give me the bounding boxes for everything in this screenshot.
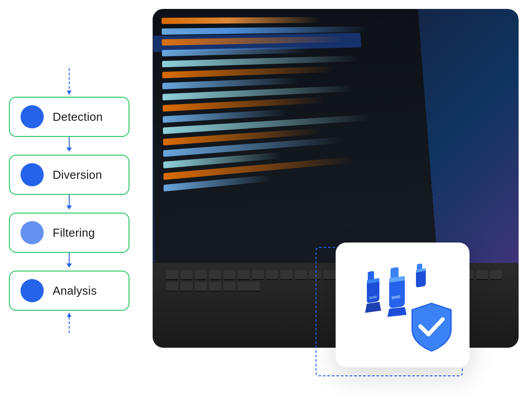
step-circle-analysis [21, 279, 44, 302]
svg-marker-2 [67, 313, 71, 317]
keyboard-key [180, 282, 193, 292]
keyboard-key [166, 270, 179, 280]
arrow-1 [66, 137, 72, 155]
keyboard-key [490, 270, 503, 280]
keyboard-key [223, 282, 236, 292]
keyboard-key [266, 270, 278, 280]
keyboard-key [323, 270, 336, 280]
flow-panel: Detection Diversion Filtering [9, 68, 129, 335]
code-line [162, 78, 299, 89]
code-line [162, 17, 320, 24]
keyboard-key [195, 282, 207, 292]
keyboard-key [223, 270, 236, 280]
arrow-3 [66, 253, 72, 271]
keyboard-key [166, 282, 179, 292]
keyboard-key [252, 270, 264, 280]
keyboard-key [237, 270, 250, 280]
step-diversion: Diversion [9, 155, 129, 195]
step-filtering: Filtering [9, 213, 129, 253]
arrow-2 [66, 195, 72, 213]
svg-marker-7 [365, 302, 381, 313]
keyboard-key [209, 282, 221, 292]
step-circle-detection [21, 105, 44, 128]
bottom-dashed-line-icon [66, 313, 72, 335]
security-badge-card: 5000 5000 [336, 243, 470, 367]
code-line [162, 56, 358, 67]
keyboard-key [209, 270, 221, 280]
keyboard-key [476, 270, 488, 280]
main-container: Detection Diversion Filtering [0, 0, 532, 403]
keyboard-key [237, 282, 260, 292]
step-analysis: Analysis [9, 271, 129, 311]
step-label-analysis: Analysis [53, 284, 97, 298]
step-circle-filtering [21, 221, 44, 244]
step-detection: Detection [9, 97, 129, 137]
keyboard-key [295, 270, 307, 280]
step-label-detection: Detection [53, 110, 103, 124]
svg-marker-12 [387, 307, 407, 317]
shield-check-icon [407, 300, 456, 354]
keyboard-key [180, 270, 193, 280]
step-label-diversion: Diversion [53, 168, 102, 182]
keyboard-key [280, 270, 293, 280]
step-label-filtering: Filtering [53, 226, 95, 240]
keyboard-key [195, 270, 207, 280]
top-dashed-arrow-icon [66, 68, 72, 95]
svg-marker-1 [67, 90, 71, 95]
code-line [162, 66, 335, 78]
step-circle-diversion [21, 163, 44, 186]
badge-icon-container: 5000 5000 [349, 256, 456, 354]
keyboard-key [309, 270, 321, 280]
